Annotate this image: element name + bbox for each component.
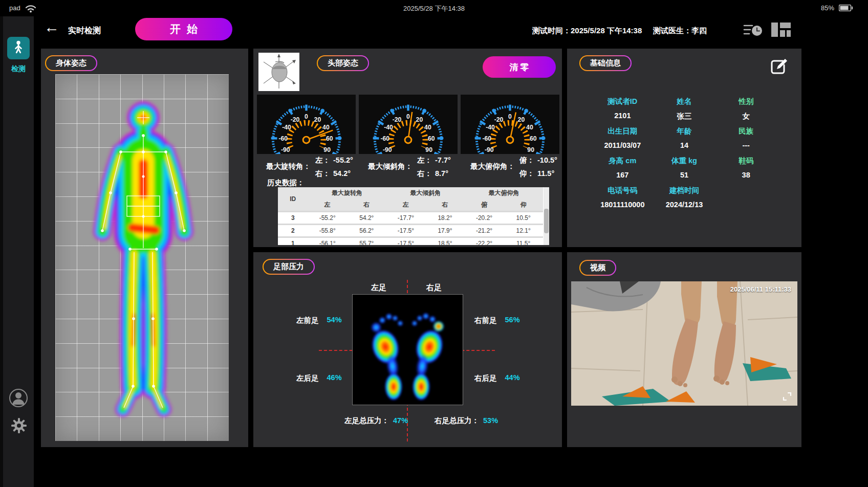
stat-value: -7.7°	[435, 156, 451, 164]
gauge-tick-label: 60	[530, 135, 537, 142]
left-rearfoot-label: 左后足	[296, 373, 319, 383]
history-records-icon[interactable]	[743, 23, 765, 40]
battery-percent: 85%	[821, 4, 834, 12]
doctor-value: 李四	[691, 26, 707, 35]
right-foot-header: 右足	[426, 283, 442, 293]
info-field-label: 身高 cm	[592, 156, 654, 166]
gauge-box: -90-60-40-20020406090	[257, 95, 356, 154]
info-field-label: 鞋码	[715, 156, 777, 166]
info-field: 鞋码38	[715, 156, 777, 178]
stat-direction: 仰：	[519, 169, 534, 178]
history-table-body: 3-55.2°54.2°-17.7°18.2°-20.2°10.5°2-55.8…	[278, 212, 543, 246]
col-header-tilt: 最大倾斜角	[386, 187, 465, 199]
right-rearfoot-value: 44%	[505, 373, 520, 383]
clear-button[interactable]: 清零	[483, 56, 556, 78]
profile-icon[interactable]	[9, 388, 28, 408]
tilt-gauge: -90-60-40-20020406090	[359, 95, 458, 154]
gauge-box: -90-60-40-20020406090	[461, 95, 559, 154]
foot-totals: 左足总压力：47% 右足总压力：53%	[344, 416, 502, 426]
head-posture-title: 头部姿态	[318, 56, 368, 70]
gauge-tick-label: -60	[482, 135, 491, 142]
body-posture-title-pill: 身体姿态	[45, 55, 97, 71]
stat-line: 右：8.7°	[417, 169, 454, 179]
gauge-tick-label: 90	[425, 146, 432, 153]
info-field-label: 建档时间	[654, 186, 715, 195]
history-row: 3-55.2°54.2°-17.7°18.2°-20.2°10.5°	[278, 212, 543, 225]
table-scrollbar-thumb[interactable]	[544, 209, 549, 233]
gauge-tick-label: 60	[326, 135, 333, 142]
layout-dashboard-icon[interactable]	[771, 21, 791, 41]
edit-icon[interactable]	[768, 56, 790, 78]
history-cell: -17.5°	[386, 237, 426, 246]
gauge-tick-label: 40	[322, 124, 330, 131]
info-field-label: 性别	[715, 97, 777, 106]
left-total: 左足总压力：47%	[344, 416, 412, 426]
gauge-pivot	[507, 137, 513, 143]
body-posture-panel: 身体姿态	[41, 49, 248, 447]
test-time-value: 2025/5/28 下午14:38	[571, 26, 642, 35]
gauge-tick-label: -20	[291, 116, 300, 123]
gauge-tick-label: 40	[526, 124, 533, 131]
stat-direction: 右：	[417, 169, 432, 178]
info-field: 出生日期2011/03/07	[592, 126, 654, 148]
info-field: 身高 cm167	[592, 156, 654, 178]
stat-label: 最大倾斜角：	[368, 162, 413, 179]
history-cell-id: 3	[278, 212, 308, 225]
right-forefoot-label: 右前足	[474, 316, 497, 325]
video-timestamp: 2025/06/11 15:11:33	[730, 285, 791, 293]
head-axes-thumbnail	[258, 53, 299, 91]
history-cell: -56.1°	[308, 237, 347, 246]
gauge-tick-label: -90	[485, 146, 494, 153]
history-row: 2-55.8°56.2°-17.5°17.9°-21.2°12.1°	[278, 225, 543, 237]
page-title: 实时检测	[68, 26, 101, 36]
history-cell: -17.7°	[386, 212, 426, 225]
info-field: 姓名张三	[654, 97, 715, 118]
gauge-tick-label: -60	[380, 135, 389, 142]
stat-value: 8.7°	[435, 169, 448, 178]
status-datetime: 2025/5/28 下午14:38	[0, 4, 868, 13]
sub-header: 右	[425, 199, 465, 212]
info-field: 建档时间2024/12/13	[654, 186, 715, 207]
right-forefoot-value: 56%	[505, 316, 520, 325]
stat-label: 最大俯仰角：	[470, 162, 515, 179]
head-posture-title-pill: 头部姿态	[317, 55, 369, 71]
history-cell: 56.2°	[347, 225, 386, 237]
stat-line: 俯：-10.5°	[519, 156, 560, 165]
history-cell: 17.9°	[425, 225, 465, 237]
video-scene	[571, 281, 797, 406]
left-forefoot: 左前足54%	[296, 316, 342, 325]
left-forefoot-value: 54%	[327, 316, 342, 325]
info-field: 民族---	[715, 126, 777, 148]
sub-header: 右	[347, 199, 386, 212]
left-rearfoot-value: 46%	[327, 373, 342, 383]
start-button[interactable]: 开始	[135, 18, 232, 40]
info-field-value: 38	[715, 171, 777, 179]
person-icon	[12, 40, 25, 56]
info-field-value: ---	[715, 141, 777, 149]
sidebar: 检测	[0, 16, 34, 487]
test-doctor: 测试医生：李四	[653, 26, 707, 36]
back-button[interactable]: ←	[44, 19, 59, 35]
info-field-label: 电话号码	[592, 186, 654, 195]
gauge-tick-label: 90	[527, 146, 534, 153]
history-cell-id: 2	[278, 225, 308, 237]
history-data-label: 历史数据：	[267, 178, 305, 188]
basic-info-title: 基础信息	[580, 56, 631, 70]
history-cell: 11.5°	[504, 237, 543, 246]
stat-max-tilt: 最大倾斜角： 左：-7.7° 右：8.7°	[368, 156, 454, 179]
thermal-body-image	[55, 74, 229, 441]
gauge-pivot	[303, 137, 310, 143]
sidebar-item-detect[interactable]	[7, 37, 30, 59]
table-scrollbar	[544, 187, 549, 245]
settings-gear-icon[interactable]	[10, 417, 28, 434]
sidebar-item-detect-label: 检测	[3, 64, 34, 74]
history-cell: 18.5°	[425, 237, 465, 246]
fullscreen-icon[interactable]	[782, 391, 792, 402]
stat-value: 11.5°	[537, 169, 554, 178]
posture-grid	[55, 74, 229, 441]
foot-pressure-title-pill: 足部压力	[263, 259, 315, 275]
history-cell-id: 1	[278, 237, 308, 246]
gauge-tick-label: 0	[508, 113, 512, 120]
info-field-value: 51	[654, 171, 715, 179]
status-bar: pad 2025/5/28 下午14:38 85%	[0, 0, 868, 16]
